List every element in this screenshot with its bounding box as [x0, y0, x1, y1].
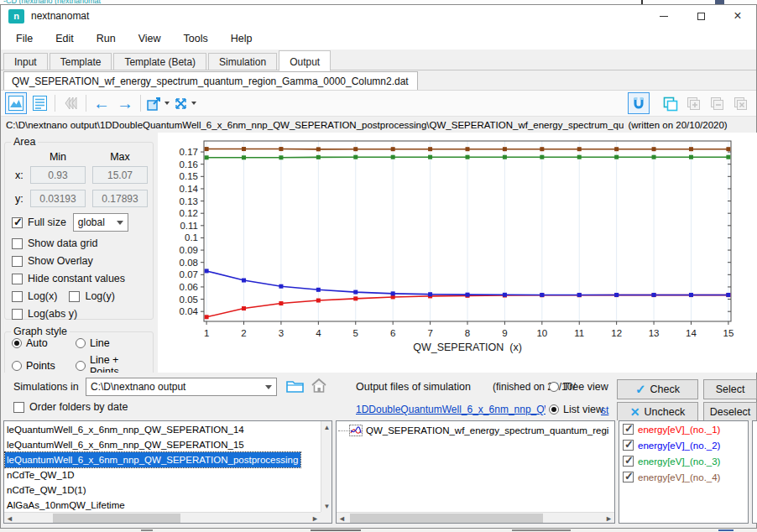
dataset-item[interactable]: energy[eV]_(no._2) — [619, 437, 748, 453]
chart-view-icon — [8, 96, 23, 111]
dataset-item[interactable]: energy[eV]_(no._1) — [619, 421, 748, 437]
tab-template[interactable]: Template — [50, 53, 112, 70]
tab-template-beta[interactable]: Template (Beta) — [113, 53, 206, 70]
scroll-right-icon[interactable]: ► — [603, 513, 614, 524]
close-button[interactable]: × — [719, 5, 756, 27]
tab-input[interactable]: Input — [3, 53, 48, 70]
scrollbar-thumb[interactable] — [53, 514, 180, 523]
y-max-field[interactable]: 0.17893 — [92, 190, 148, 207]
snap-magnet-button[interactable] — [628, 92, 650, 114]
dataset-checkbox[interactable] — [623, 472, 634, 482]
scroll-up-icon[interactable]: ▲ — [321, 421, 332, 433]
folder-item[interactable]: nCdTe_QW_1D(1) — [5, 482, 320, 498]
menu-edit[interactable]: Edit — [47, 29, 82, 48]
dataset-item[interactable]: energy[eV]_(no._3) — [619, 453, 748, 469]
navigate-forward-button[interactable]: → — [114, 92, 136, 114]
file-tab[interactable]: QW_SEPERATION_wf_energy_spectrum_quantum… — [3, 71, 418, 90]
menu-view[interactable]: View — [130, 29, 170, 48]
y-min-field[interactable]: 0.03193 — [30, 190, 86, 207]
toolbar-separator — [140, 95, 141, 112]
horizontal-scrollbar[interactable]: ◄ ► — [337, 512, 614, 523]
list-view-radio[interactable]: List view — [549, 404, 603, 415]
folder-item-selected[interactable]: leQuantumWell_6_x_6nm_nnp_QW_SEPERATION_… — [5, 452, 300, 467]
svg-text:0.15: 0.15 — [180, 171, 198, 181]
full-size-scope-select[interactable]: global — [73, 213, 128, 232]
tree-view-radio[interactable]: Tree view — [549, 381, 608, 393]
vertical-scrollbar[interactable]: ▲ ▼ — [321, 421, 332, 512]
x-min-field[interactable]: 0.93 — [30, 166, 86, 184]
energy-spectrum-chart[interactable]: 0.040.050.060.070.080.090.10.110.120.130… — [158, 133, 757, 373]
dataset-item[interactable]: energy[eV]_(no._4) — [619, 469, 748, 485]
uncheck-button[interactable]: ✕ Uncheck — [617, 402, 698, 422]
scrollbar-thumb[interactable] — [350, 514, 543, 523]
svg-text:0.16: 0.16 — [180, 159, 198, 170]
truncated-link-fragment[interactable]: st — [601, 404, 608, 416]
toolbar-separator — [55, 95, 55, 112]
screen: { "desktop": { "top_overflow_text": "-CD… — [0, 0, 757, 532]
x-max-field[interactable]: 15.07 — [92, 166, 148, 184]
y-row-label: y: — [15, 193, 30, 205]
scroll-left-icon[interactable]: ◄ — [4, 513, 15, 524]
chart-view-button[interactable] — [5, 92, 27, 114]
log-x-checkbox[interactable] — [12, 291, 23, 302]
simulation-result-link[interactable]: 1DDoubleQuantumWell_6_x_6nm_nnp_QW_SEP — [356, 404, 546, 415]
show-data-grid-checkbox[interactable] — [12, 238, 23, 249]
x-row-label: x: — [15, 170, 30, 181]
scroll-down-icon[interactable]: ▼ — [321, 500, 332, 512]
svg-text:0.05: 0.05 — [180, 295, 198, 305]
folder-icon — [285, 377, 305, 394]
export-button[interactable] — [145, 92, 170, 114]
folder-item[interactable]: AlGaAs_10nmQW_Lifetime — [5, 498, 320, 513]
minimize-button[interactable] — [645, 5, 682, 27]
fit-to-window-button[interactable] — [172, 92, 197, 114]
close-tab-button — [729, 92, 751, 114]
output-file-item[interactable]: QW_SEPERATION_wf_energy_spectrum_quantum… — [338, 423, 614, 438]
open-folder-button[interactable] — [285, 377, 305, 394]
full-size-checkbox[interactable] — [12, 217, 23, 228]
check-button[interactable]: ✓ Check — [617, 379, 698, 399]
dataset-checkbox[interactable] — [623, 424, 634, 435]
text-view-button[interactable] — [29, 92, 50, 114]
graph-style-line-points-radio[interactable] — [76, 361, 86, 371]
show-overlay-checkbox[interactable] — [12, 256, 23, 267]
chart-svg: 0.040.050.060.070.080.090.10.110.120.130… — [158, 133, 757, 373]
graph-style-groupbox: Graph style Auto Line Points Line + Poin… — [4, 331, 154, 375]
folder-item[interactable]: leQuantumWell_6_x_6nm_nnp_QW_SEPERATION_… — [5, 422, 320, 437]
maximize-button[interactable] — [682, 5, 719, 27]
dataset-checkbox[interactable] — [623, 440, 634, 451]
menu-file[interactable]: File — [8, 29, 41, 48]
add-tab-icon — [686, 96, 702, 112]
menu-run[interactable]: Run — [88, 29, 124, 48]
navigate-back-button[interactable]: ← — [91, 92, 112, 114]
log-y-checkbox[interactable] — [69, 291, 80, 302]
duplicate-tab-button[interactable] — [659, 92, 681, 114]
home-button[interactable] — [310, 377, 328, 394]
scroll-right-icon[interactable]: ► — [310, 513, 321, 524]
hide-constant-values-checkbox[interactable] — [12, 274, 23, 284]
graph-style-points-radio[interactable] — [12, 361, 22, 371]
scroll-left-icon[interactable]: ◄ — [337, 513, 347, 524]
svg-text:0.17: 0.17 — [180, 147, 198, 157]
clipped-panel-edge — [752, 420, 757, 524]
dataset-checkbox[interactable] — [623, 456, 634, 467]
order-folders-by-date-checkbox[interactable]: Order folders by date — [13, 401, 128, 413]
log-abs-y-checkbox[interactable] — [12, 309, 23, 320]
horizontal-scrollbar[interactable]: ◄ ► — [4, 512, 321, 523]
simulations-dir-select[interactable]: C:\D\nextnano output — [86, 378, 277, 396]
menu-bar: File Edit Run View Tools Help — [1, 27, 756, 50]
folder-item[interactable]: leQuantumWell_6_x_6nm_nnp_QW_SEPERATION_… — [5, 437, 320, 452]
add-tab-button — [682, 92, 704, 114]
graph-style-line-radio[interactable] — [76, 338, 86, 348]
folder-item[interactable]: nCdTe_QW_1D — [5, 467, 320, 482]
tab-simulation[interactable]: Simulation — [208, 53, 277, 70]
window-title: nextnanomat — [31, 10, 89, 22]
tab-output[interactable]: Output — [279, 50, 331, 71]
main-tab-bar: Input Template Template (Beta) Simulatio… — [1, 50, 756, 70]
svg-text:0.13: 0.13 — [180, 196, 198, 206]
deselect-button[interactable]: Deselect — [703, 402, 757, 422]
svg-text:14: 14 — [686, 328, 697, 338]
graph-style-auto-radio[interactable] — [12, 338, 22, 348]
select-button[interactable]: Select — [703, 379, 757, 399]
menu-help[interactable]: Help — [222, 29, 261, 48]
menu-tools[interactable]: Tools — [175, 29, 217, 48]
